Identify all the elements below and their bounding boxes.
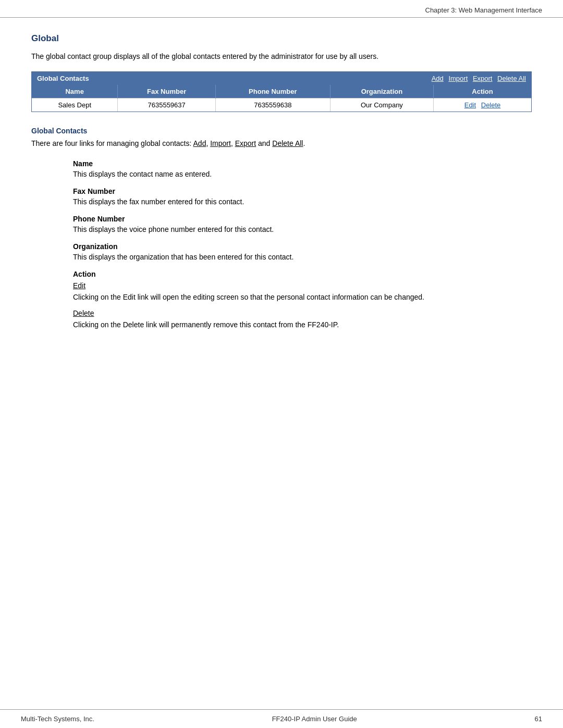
- page-footer: Multi-Tech Systems, Inc. FF240-IP Admin …: [0, 709, 563, 728]
- field-label: Name: [73, 159, 532, 168]
- cell-phone: 7635559638: [215, 98, 330, 112]
- field-label: Phone Number: [73, 215, 532, 223]
- field-item: Organization This displays the organizat…: [73, 242, 532, 263]
- table-row: Sales Dept 7635559637 7635559638 Our Com…: [32, 98, 531, 112]
- footer-center: FF240-IP Admin User Guide: [272, 715, 357, 723]
- footer-left: Multi-Tech Systems, Inc.: [21, 715, 94, 723]
- global-contacts-table-wrapper: Global Contacts Add Import Export Delete…: [31, 71, 532, 112]
- table-header-row: Name Fax Number Phone Number Organizatio…: [32, 85, 531, 98]
- col-name: Name: [32, 85, 118, 98]
- desc-export-link[interactable]: Export: [235, 139, 256, 147]
- field-desc: This displays the voice phone number ent…: [73, 224, 532, 235]
- action-heading: Action: [73, 270, 532, 278]
- col-action: Action: [434, 85, 531, 98]
- delete-link[interactable]: Delete: [73, 309, 532, 317]
- edit-desc: Clicking on the Edit link will open the …: [73, 292, 532, 303]
- footer-right: 61: [535, 715, 542, 723]
- col-org: Organization: [330, 85, 433, 98]
- description-text: There are four links for managing global…: [31, 138, 532, 149]
- table-title: Global Contacts: [37, 75, 89, 82]
- field-desc: This displays the fax number entered for…: [73, 196, 532, 207]
- content-area: Global The global contact group displays…: [0, 18, 563, 728]
- page-header: Chapter 3: Web Management Interface: [0, 0, 563, 18]
- page-container: Chapter 3: Web Management Interface Glob…: [0, 0, 563, 728]
- row-edit-link[interactable]: Edit: [464, 101, 476, 109]
- desc-import-link[interactable]: Import: [210, 139, 231, 147]
- delete-desc: Clicking on the Delete link will permane…: [73, 319, 532, 330]
- import-link[interactable]: Import: [448, 75, 468, 82]
- col-phone: Phone Number: [215, 85, 330, 98]
- field-item: Fax Number This displays the fax number …: [73, 187, 532, 207]
- edit-link[interactable]: Edit: [73, 281, 532, 290]
- description-section: There are four links for managing global…: [31, 138, 532, 149]
- field-item: Phone Number This displays the voice pho…: [73, 215, 532, 235]
- field-desc: This displays the contact name as entere…: [73, 169, 532, 180]
- section-intro: The global contact group displays all of…: [31, 51, 532, 62]
- field-descriptions: Name This displays the contact name as e…: [31, 159, 532, 263]
- col-fax: Fax Number: [118, 85, 215, 98]
- row-delete-link[interactable]: Delete: [481, 101, 501, 109]
- delete-all-link[interactable]: Delete All: [497, 75, 526, 82]
- description-intro: There are four links for managing global…: [31, 139, 191, 147]
- add-link[interactable]: Add: [432, 75, 444, 82]
- export-link[interactable]: Export: [473, 75, 493, 82]
- table-title-bar: Global Contacts Add Import Export Delete…: [32, 72, 531, 85]
- field-item: Name This displays the contact name as e…: [73, 159, 532, 180]
- action-subsection: Action Edit Clicking on the Edit link wi…: [31, 270, 532, 330]
- cell-action: Edit Delete: [434, 98, 531, 112]
- field-label: Organization: [73, 242, 532, 251]
- field-desc: This displays the organization that has …: [73, 252, 532, 263]
- cell-fax: 7635559637: [118, 98, 215, 112]
- table-action-links: Add Import Export Delete All: [429, 75, 526, 82]
- cell-name: Sales Dept: [32, 98, 118, 112]
- contacts-table: Name Fax Number Phone Number Organizatio…: [32, 85, 531, 112]
- cell-org: Our Company: [330, 98, 433, 112]
- chapter-title: Chapter 3: Web Management Interface: [425, 6, 543, 14]
- desc-add-link[interactable]: Add: [193, 139, 206, 147]
- field-label: Fax Number: [73, 187, 532, 195]
- desc-delete-all-link[interactable]: Delete All: [272, 139, 303, 147]
- sub-section-heading: Global Contacts: [31, 127, 532, 135]
- section-heading: Global: [31, 33, 532, 45]
